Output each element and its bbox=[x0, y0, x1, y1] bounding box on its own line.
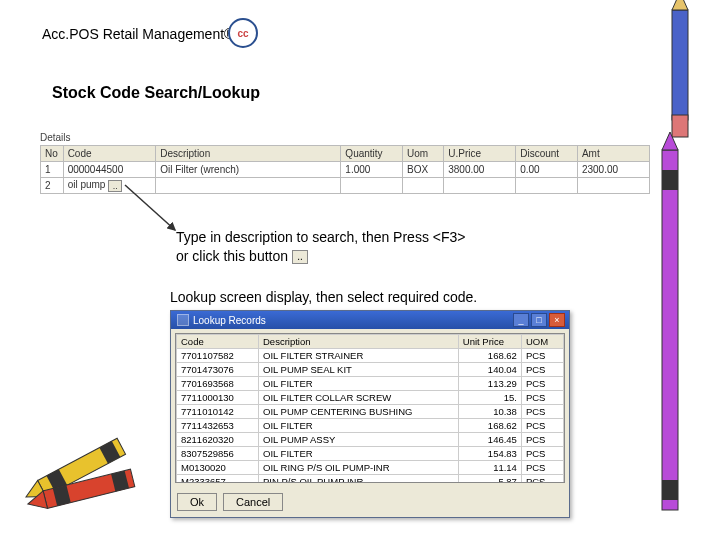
cell-code[interactable]: oil pump .. bbox=[63, 178, 156, 194]
lookup-button-inline: .. bbox=[292, 250, 308, 264]
cell-desc[interactable]: Oil Filter (wrench) bbox=[156, 162, 341, 178]
lcol-code: Code bbox=[177, 335, 259, 349]
lookup-cell-desc: OIL PUMP CENTERING BUSHING bbox=[259, 405, 459, 419]
lookup-row[interactable]: 8307529856OIL FILTER154.83PCS bbox=[177, 447, 564, 461]
table-row[interactable]: 2 oil pump .. bbox=[41, 178, 650, 194]
cell-amt bbox=[577, 178, 649, 194]
lookup-cell-uom: PCS bbox=[521, 405, 563, 419]
lookup-cell-uom: PCS bbox=[521, 363, 563, 377]
cell-qty[interactable]: 1.000 bbox=[341, 162, 403, 178]
cell-uom[interactable]: BOX bbox=[403, 162, 444, 178]
details-panel: Details No Code Description Quantity Uom… bbox=[40, 132, 650, 194]
col-uom: Uom bbox=[403, 146, 444, 162]
lcol-price: Unit Price bbox=[458, 335, 521, 349]
lookup-cell-uom: PCS bbox=[521, 447, 563, 461]
lookup-cell-code: 8211620320 bbox=[177, 433, 259, 447]
lookup-cell-code: 7711432653 bbox=[177, 419, 259, 433]
lookup-row[interactable]: 7711000130OIL FILTER COLLAR SCREW15.PCS bbox=[177, 391, 564, 405]
lookup-cell-price: 168.62 bbox=[458, 349, 521, 363]
section-title: Stock Code Search/Lookup bbox=[52, 84, 260, 102]
svg-rect-3 bbox=[672, 115, 688, 137]
lookup-cell-price: 140.04 bbox=[458, 363, 521, 377]
cell-qty[interactable] bbox=[341, 178, 403, 194]
svg-rect-8 bbox=[38, 438, 126, 496]
ok-button[interactable]: Ok bbox=[177, 493, 217, 511]
lookup-cell-desc: PIN P/S OIL PUMP INR bbox=[259, 475, 459, 484]
instruction-line-a: Type in description to search, then Pres… bbox=[176, 229, 466, 245]
lookup-cell-price: 11.14 bbox=[458, 461, 521, 475]
crayon-icon bbox=[650, 130, 690, 530]
lookup-cell-desc: OIL PUMP SEAL KIT bbox=[259, 363, 459, 377]
col-disc: Discount bbox=[516, 146, 578, 162]
lookup-grid-scroll[interactable]: Code Description Unit Price UOM 77011075… bbox=[175, 333, 565, 483]
instruction-text-1: Type in description to search, then Pres… bbox=[176, 228, 556, 266]
lookup-cell-desc: OIL PUMP ASSY bbox=[259, 433, 459, 447]
lookup-cell-desc: OIL RING P/S OIL PUMP-INR bbox=[259, 461, 459, 475]
details-header-row: No Code Description Quantity Uom U.Price… bbox=[41, 146, 650, 162]
svg-marker-2 bbox=[672, 0, 688, 10]
lookup-titlebar[interactable]: Lookup Records _ □ × bbox=[171, 311, 569, 329]
lookup-cell-price: 5.87 bbox=[458, 475, 521, 484]
pencil-icon bbox=[650, 0, 710, 150]
lookup-header-row: Code Description Unit Price UOM bbox=[177, 335, 564, 349]
lookup-row[interactable]: 7701693568OIL FILTER113.29PCS bbox=[177, 377, 564, 391]
cell-desc[interactable] bbox=[156, 178, 341, 194]
lookup-button[interactable]: .. bbox=[108, 180, 122, 192]
app-title: Acc.POS Retail Management® bbox=[42, 26, 234, 42]
cell-disc[interactable]: 0.00 bbox=[516, 162, 578, 178]
lookup-cell-price: 154.83 bbox=[458, 447, 521, 461]
cell-no: 1 bbox=[41, 162, 64, 178]
cell-code[interactable]: 0000044500 bbox=[63, 162, 156, 178]
lookup-cell-uom: PCS bbox=[521, 433, 563, 447]
col-qty: Quantity bbox=[341, 146, 403, 162]
lookup-row[interactable]: 7711010142OIL PUMP CENTERING BUSHING10.3… bbox=[177, 405, 564, 419]
lookup-cell-desc: OIL FILTER bbox=[259, 419, 459, 433]
lookup-grid: Code Description Unit Price UOM 77011075… bbox=[176, 334, 564, 483]
code-input-value[interactable]: oil pump bbox=[68, 179, 106, 190]
col-code: Code bbox=[63, 146, 156, 162]
lookup-cell-uom: PCS bbox=[521, 419, 563, 433]
svg-rect-10 bbox=[46, 469, 67, 491]
lookup-cell-code: M2333657 bbox=[177, 475, 259, 484]
lcol-uom: UOM bbox=[521, 335, 563, 349]
lookup-cell-price: 146.45 bbox=[458, 433, 521, 447]
svg-marker-5 bbox=[662, 132, 678, 150]
instruction-line-b: or click this button bbox=[176, 248, 288, 264]
lookup-cell-uom: PCS bbox=[521, 475, 563, 484]
maximize-button[interactable]: □ bbox=[531, 313, 547, 327]
lookup-footer: Ok Cancel bbox=[171, 487, 569, 517]
lookup-cell-uom: PCS bbox=[521, 461, 563, 475]
lookup-row[interactable]: 7701473076OIL PUMP SEAL KIT140.04PCS bbox=[177, 363, 564, 377]
cell-uom[interactable] bbox=[403, 178, 444, 194]
lookup-row[interactable]: 7711432653OIL FILTER168.62PCS bbox=[177, 419, 564, 433]
lookup-row[interactable]: 8211620320OIL PUMP ASSY146.45PCS bbox=[177, 433, 564, 447]
brand-logo-text: cc bbox=[237, 28, 248, 39]
lookup-row[interactable]: M0130020OIL RING P/S OIL PUMP-INR11.14PC… bbox=[177, 461, 564, 475]
lookup-row[interactable]: M2333657PIN P/S OIL PUMP INR5.87PCS bbox=[177, 475, 564, 484]
svg-rect-7 bbox=[662, 480, 678, 500]
svg-rect-14 bbox=[53, 485, 71, 506]
lookup-cell-code: M0130020 bbox=[177, 461, 259, 475]
instruction-text-2: Lookup screen display, then select requi… bbox=[170, 289, 610, 305]
window-icon bbox=[177, 314, 189, 326]
col-amt: Amt bbox=[577, 146, 649, 162]
svg-rect-11 bbox=[99, 441, 120, 463]
close-button[interactable]: × bbox=[549, 313, 565, 327]
cell-uprice[interactable] bbox=[444, 178, 516, 194]
lookup-cell-code: 7701107582 bbox=[177, 349, 259, 363]
lookup-title: Lookup Records bbox=[193, 315, 266, 326]
lookup-row[interactable]: 7701107582OIL FILTER STRAINER168.62PCS bbox=[177, 349, 564, 363]
cell-disc[interactable] bbox=[516, 178, 578, 194]
lookup-cell-uom: PCS bbox=[521, 349, 563, 363]
table-row[interactable]: 1 0000044500 Oil Filter (wrench) 1.000 B… bbox=[41, 162, 650, 178]
col-desc: Description bbox=[156, 146, 341, 162]
cell-uprice[interactable]: 3800.00 bbox=[444, 162, 516, 178]
lookup-cell-uom: PCS bbox=[521, 377, 563, 391]
lookup-cell-code: 7711010142 bbox=[177, 405, 259, 419]
minimize-button[interactable]: _ bbox=[513, 313, 529, 327]
lookup-cell-code: 7711000130 bbox=[177, 391, 259, 405]
svg-rect-12 bbox=[43, 469, 135, 508]
cancel-button[interactable]: Cancel bbox=[223, 493, 283, 511]
lookup-cell-code: 8307529856 bbox=[177, 447, 259, 461]
details-grid: No Code Description Quantity Uom U.Price… bbox=[40, 145, 650, 194]
